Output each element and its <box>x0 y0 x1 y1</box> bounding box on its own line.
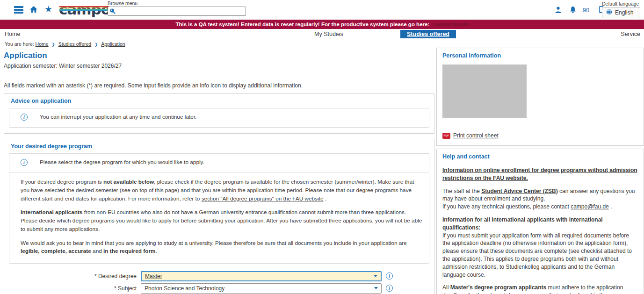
language-label: Default language <box>602 1 640 7</box>
program-paragraph-availability: If your desired degree program is not av… <box>21 178 422 203</box>
favorites-star-icon[interactable] <box>44 4 52 14</box>
subject-label: * Subject <box>9 285 141 292</box>
application-semester: Application semester: Winter semester 20… <box>4 63 434 69</box>
language-selector: Default language English <box>602 1 640 18</box>
language-dropdown[interactable]: English <box>602 7 640 18</box>
pdf-icon: PDF <box>442 133 450 139</box>
menu-icon[interactable] <box>14 6 23 14</box>
notification-count[interactable]: 90 <box>583 7 589 14</box>
form-row-desired-degree: * Desired degree Master <box>9 271 429 281</box>
subject-value: Photon Science and Technology <box>145 285 224 292</box>
program-paragraph-documents: We would ask you to bear in mind that yo… <box>21 239 422 256</box>
advice-callout: You can interrupt your application at an… <box>9 108 429 128</box>
help-paragraph-international-info: Information for all international applic… <box>442 216 638 279</box>
globe-icon <box>606 9 612 16</box>
language-value: English <box>615 9 633 16</box>
qa-banner-text: This is a QA test system! Entered data i… <box>175 22 429 27</box>
breadcrumb-home[interactable]: Home <box>36 41 49 47</box>
desired-degree-value: Master <box>145 273 162 280</box>
info-icon[interactable] <box>386 272 393 280</box>
nav-item-my-studies[interactable]: My Studies <box>314 31 343 37</box>
breadcrumb-studies-offered[interactable]: Studies offered <box>58 41 91 47</box>
user-icon[interactable] <box>555 7 562 14</box>
program-notes-callout: If your desired degree program is not av… <box>9 172 429 264</box>
required-fields-note: All fields marked with an asterisk (*) a… <box>4 82 434 89</box>
sidebar: Personal information PDF Print control s… <box>436 48 644 294</box>
chevron-down-icon <box>374 275 377 277</box>
help-and-contact-title: Help and contact <box>442 152 638 163</box>
desired-degree-select[interactable]: Master <box>141 271 382 281</box>
help-paragraph-advice-center: The staff at the Student Advice Center (… <box>442 187 638 211</box>
advice-panel: Advice on application You can interrupt … <box>4 93 434 134</box>
main-nav: Home My Studies Studies offered Service <box>0 29 644 40</box>
qa-banner-link[interactable]: campo.fau.de <box>434 22 468 27</box>
main-content: Application Application semester: Winter… <box>4 48 434 294</box>
help-and-contact-panel: Help and contact Information on online e… <box>436 149 644 294</box>
breadcrumb-application[interactable]: Application <box>101 41 125 47</box>
advice-panel-title: Advice on application <box>9 97 429 108</box>
qa-warning-banner: This is a QA test system! Entered data i… <box>0 20 644 29</box>
degree-program-panel-title: Your desired degree program <box>9 142 429 153</box>
info-icon <box>21 159 28 166</box>
desired-degree-label: * Desired degree <box>9 273 141 280</box>
info-icon[interactable] <box>386 285 393 292</box>
personal-information-panel: Personal information PDF Print control s… <box>436 48 644 146</box>
personal-information-title: Personal information <box>442 51 638 62</box>
page-title: Application <box>4 51 434 60</box>
degree-program-panel: Your desired degree program Please selec… <box>4 139 434 294</box>
app-header: campo Browse menu 90 Default language <box>0 0 644 20</box>
search-input[interactable] <box>108 7 246 16</box>
breadcrumb-prefix: You are here: <box>5 41 34 47</box>
campo-logo[interactable]: campo <box>59 0 110 19</box>
browse-menu-label: Browse menu <box>108 0 246 6</box>
print-control-sheet-label: Print control sheet <box>453 132 499 139</box>
program-paragraph-international: International applicants from non-EU cou… <box>21 208 422 233</box>
info-icon <box>21 114 28 121</box>
print-control-sheet-link[interactable]: PDF Print control sheet <box>442 132 638 139</box>
campo-logo-text: campo <box>59 1 110 18</box>
notifications-bell-icon[interactable] <box>570 6 576 14</box>
personal-photo-placeholder <box>442 65 527 118</box>
nav-item-studies-offered[interactable]: Studies offered <box>400 30 456 38</box>
program-info-callout: Please select the degree program for whi… <box>9 153 429 173</box>
program-info-text: Please select the degree program for whi… <box>40 158 204 167</box>
nav-item-home[interactable]: Home <box>5 31 20 37</box>
browse-menu-search: Browse menu <box>108 0 246 16</box>
home-icon[interactable] <box>30 6 37 14</box>
search-icon <box>109 8 116 15</box>
chevron-right-icon <box>49 41 58 47</box>
subject-select[interactable]: Photon Science and Technology <box>141 283 382 294</box>
breadcrumb: You are here: HomeStudies offeredApplica… <box>0 40 644 48</box>
nav-item-service[interactable]: Service <box>621 31 640 37</box>
help-paragraph-masters-deadlines: All Master's degree program applicants m… <box>442 284 638 294</box>
chevron-right-icon <box>91 41 101 47</box>
help-paragraph-enrollment-link[interactable]: Information on online enrollment for deg… <box>442 166 638 182</box>
advice-info-text: You can interrupt your application at an… <box>40 113 196 122</box>
degree-program-form: * Desired degree Master * Subject Photon… <box>9 271 429 294</box>
divider <box>531 75 638 118</box>
form-row-subject: * Subject Photon Science and Technology <box>9 283 429 294</box>
chevron-down-icon <box>374 287 378 289</box>
